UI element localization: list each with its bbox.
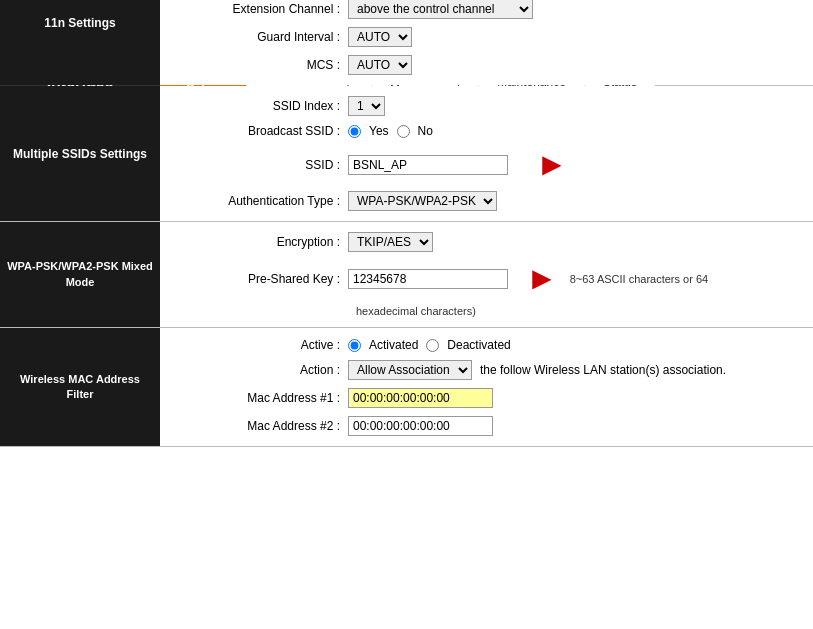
active-label: Active : — [180, 338, 340, 352]
psk-arrow: ► — [526, 260, 558, 297]
mac2-row: Mac Address #2 : — [160, 412, 813, 440]
action-select[interactable]: Allow Association Deny Association — [348, 360, 472, 380]
active-row: Active : Activated Deactivated — [160, 334, 813, 356]
action-row: Action : Allow Association Deny Associat… — [160, 356, 813, 384]
guard-interval-select[interactable]: AUTO Long — [348, 27, 412, 47]
deactivated-radio[interactable] — [426, 339, 439, 352]
extension-channel-row: Extension Channel : above the control ch… — [160, 0, 813, 23]
psk-input[interactable] — [348, 269, 508, 289]
encryption-label: Encryption : — [180, 235, 340, 249]
mac2-input[interactable] — [348, 416, 493, 436]
mac2-label: Mac Address #2 : — [180, 419, 340, 433]
ssid-value-label: SSID : — [180, 158, 340, 172]
mac-filter-fields: Active : Activated Deactivated Action : … — [160, 328, 813, 446]
psk-hint2: hexadecimal characters) — [356, 305, 476, 317]
mac1-input[interactable] — [348, 388, 493, 408]
wpa-fields: Encryption : TKIP/AES TKIP AES Pre-Share… — [160, 222, 813, 327]
section-mac-filter: Wireless MAC Address Filter Active : Act… — [0, 328, 813, 447]
mac1-label: Mac Address #1 : — [180, 391, 340, 405]
encryption-select[interactable]: TKIP/AES TKIP AES — [348, 232, 433, 252]
mcs-label: MCS : — [180, 58, 340, 72]
broadcast-ssid-label: Broadcast SSID : — [180, 124, 340, 138]
encryption-row: Encryption : TKIP/AES TKIP AES — [160, 228, 813, 256]
auth-type-row: Authentication Type : WPA-PSK/WPA2-PSK O… — [160, 187, 813, 215]
auth-type-select[interactable]: WPA-PSK/WPA2-PSK Open System Shared Key … — [348, 191, 497, 211]
ssid-arrow: ► — [536, 146, 568, 183]
broadcast-no-label: No — [418, 124, 433, 138]
section-11n: 11n Settings Channel Bandwidth : 40 MHz … — [0, 0, 813, 86]
mac1-row: Mac Address #1 : — [160, 384, 813, 412]
extension-channel-label: Extension Channel : — [180, 2, 340, 16]
activated-label: Activated — [369, 338, 418, 352]
11n-fields: Channel Bandwidth : 40 MHz 20 MHz Extens… — [160, 0, 813, 85]
broadcast-ssid-row: Broadcast SSID : Yes No — [160, 120, 813, 142]
mcs-row: MCS : AUTO — [160, 51, 813, 79]
full-layout: 11n Settings Channel Bandwidth : 40 MHz … — [0, 0, 813, 447]
ssid-index-row: SSID Index : 1234 — [160, 92, 813, 120]
ssid-index-label: SSID Index : — [180, 99, 340, 113]
auth-type-label: Authentication Type : — [180, 194, 340, 208]
sidebar-11n: 11n Settings — [0, 0, 160, 85]
guard-interval-label: Guard Interval : — [180, 30, 340, 44]
section-ssids: Multiple SSIDs Settings SSID Index : 123… — [0, 86, 813, 222]
sidebar-mac-filter: Wireless MAC Address Filter — [0, 328, 160, 446]
guard-interval-row: Guard Interval : AUTO Long — [160, 23, 813, 51]
psk-label: Pre-Shared Key : — [180, 272, 340, 286]
ssid-value-row: SSID : ► — [160, 142, 813, 187]
extension-channel-select[interactable]: above the control channel below the cont… — [348, 0, 533, 19]
activated-radio[interactable] — [348, 339, 361, 352]
psk-hint: 8~63 ASCII characters or 64 — [570, 273, 709, 285]
ssid-index-select[interactable]: 1234 — [348, 96, 385, 116]
section-wpa: WPA-PSK/WPA2-PSK MixedMode Encryption : … — [0, 222, 813, 328]
ssid-input[interactable] — [348, 155, 508, 175]
sidebar-wpa: WPA-PSK/WPA2-PSK MixedMode — [0, 222, 160, 327]
action-text: the follow Wireless LAN station(s) assoc… — [480, 363, 726, 377]
broadcast-no-radio[interactable] — [397, 125, 410, 138]
action-label: Action : — [180, 363, 340, 377]
deactivated-label: Deactivated — [447, 338, 510, 352]
ssids-fields: SSID Index : 1234 Broadcast SSID : Yes N… — [160, 86, 813, 221]
mcs-select[interactable]: AUTO — [348, 55, 412, 75]
sidebar-ssids: Multiple SSIDs Settings — [0, 86, 160, 221]
broadcast-yes-label: Yes — [369, 124, 389, 138]
psk-row: Pre-Shared Key : ► 8~63 ASCII characters… — [160, 256, 813, 321]
broadcast-yes-radio[interactable] — [348, 125, 361, 138]
